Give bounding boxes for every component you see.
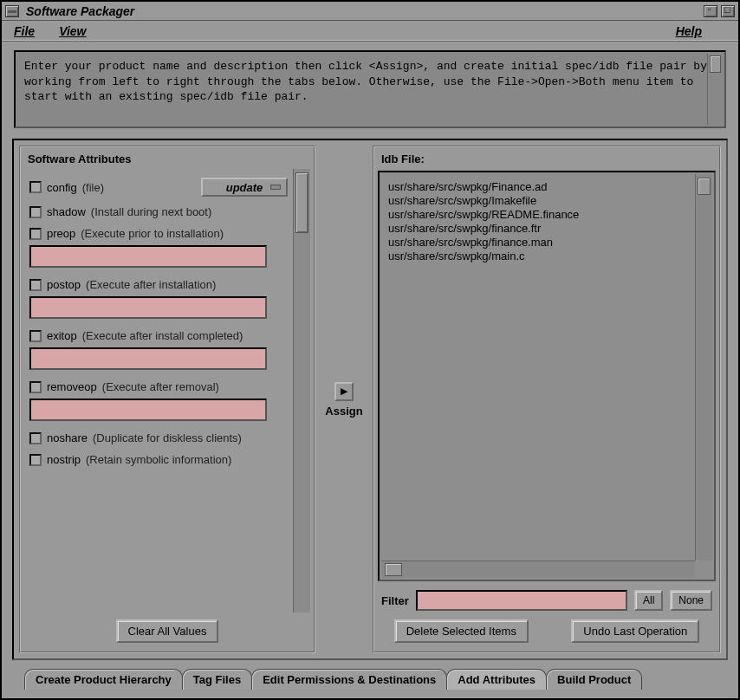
list-item[interactable]: usr/share/src/swpkg/finance.ftr [388, 222, 688, 235]
list-item[interactable]: usr/share/src/swpkg/main.c [388, 250, 688, 262]
scrollbar-thumb[interactable] [295, 172, 308, 233]
attr-label: preop [47, 227, 75, 240]
idb-title: Idb File: [376, 149, 717, 169]
message-scrollbar[interactable] [707, 54, 723, 125]
idb-horizontal-scrollbar[interactable] [381, 561, 695, 578]
list-item[interactable]: usr/share/src/swpkg/README.finance [388, 208, 688, 221]
filter-row: Filter All None [376, 583, 717, 614]
checkbox-removeop[interactable] [29, 381, 42, 393]
checkbox-exitop[interactable] [29, 330, 42, 342]
scrollbar-thumb[interactable] [698, 178, 711, 195]
attr-label: nostrip [47, 453, 81, 466]
app-window: Software Packager File View Help Enter y… [0, 0, 740, 700]
attr-shadow: shadow (Install during next boot) [29, 205, 288, 218]
menubar: File View Help [2, 21, 738, 42]
checkbox-preop[interactable] [29, 228, 42, 240]
attr-label: removeop [47, 380, 97, 393]
delete-selected-button[interactable]: Delete Selected Items [394, 619, 529, 643]
attr-preop: preop (Execute prior to installation) [29, 227, 288, 240]
tab-tag-files[interactable]: Tag Files [182, 669, 252, 690]
attributes-list: config (file) update shadow (Install dur… [24, 169, 293, 612]
attr-removeop: removeop (Execute after removal) [29, 380, 288, 393]
scrollbar-thumb[interactable] [710, 55, 721, 73]
menu-help[interactable]: Help [676, 24, 702, 38]
message-text: Enter your product name and description … [24, 60, 707, 103]
checkbox-nostrip[interactable] [29, 454, 42, 466]
tab-build-product[interactable]: Build Product [546, 669, 642, 690]
config-mode-dropdown[interactable]: update [201, 178, 288, 197]
message-panel: Enter your product name and description … [14, 50, 726, 128]
tab-create-product-hierarchy[interactable]: Create Product Hierarchy [24, 669, 183, 690]
attr-label: config [47, 181, 77, 194]
system-menu-icon[interactable] [5, 5, 19, 17]
attr-hint: (Retain symbolic information) [86, 453, 231, 466]
clear-all-values-button[interactable]: Clear All Values [116, 619, 219, 643]
attr-config: config (file) update [29, 178, 288, 197]
assign-button[interactable]: ▶ [334, 382, 354, 401]
attr-noshare: noshare (Duplicate for diskless clients) [29, 431, 288, 444]
attributes-title: Software Attributes [23, 149, 312, 169]
filter-none-button[interactable]: None [670, 590, 712, 611]
menu-file[interactable]: File [14, 24, 35, 38]
idb-ops-row: Delete Selected Items Undo Last Operatio… [376, 614, 717, 650]
idb-file-list-container: usr/share/src/swpkg/Finance.ad usr/share… [378, 171, 716, 581]
idb-panel: Idb File: usr/share/src/swpkg/Finance.ad… [373, 146, 721, 653]
attr-hint: (Execute after install completed) [82, 329, 243, 342]
attr-hint: (Execute after removal) [102, 380, 219, 393]
removeop-input[interactable] [29, 399, 267, 421]
undo-last-operation-button[interactable]: Undo Last Operation [571, 619, 699, 643]
titlebar: Software Packager [2, 2, 738, 21]
list-item[interactable]: usr/share/src/swpkg/Finance.ad [388, 180, 688, 193]
assign-column: ▶ Assign [321, 146, 367, 653]
checkbox-shadow[interactable] [29, 206, 42, 218]
attr-label: noshare [47, 431, 88, 444]
filter-input[interactable] [416, 590, 627, 611]
list-item[interactable]: usr/share/src/swpkg/finance.man [388, 236, 688, 249]
attr-hint: (file) [82, 181, 104, 194]
preop-input[interactable] [29, 245, 267, 268]
minimize-button[interactable] [704, 5, 717, 17]
attr-hint: (Execute after installation) [86, 278, 216, 291]
attr-hint: (Duplicate for diskless clients) [93, 431, 242, 444]
idb-vertical-scrollbar[interactable] [695, 174, 712, 561]
tabbar: Create Product Hierarchy Tag Files Edit … [12, 665, 728, 690]
attr-exitop: exitop (Execute after install completed) [29, 329, 288, 342]
attr-hint: (Install during next boot) [91, 205, 211, 218]
filter-all-button[interactable]: All [634, 590, 663, 611]
scrollbar-thumb[interactable] [385, 563, 402, 576]
idb-file-list[interactable]: usr/share/src/swpkg/Finance.ad usr/share… [381, 174, 695, 561]
list-item[interactable]: usr/share/src/swpkg/Imakefile [388, 194, 688, 207]
dropdown-indicator-icon [270, 185, 281, 190]
menu-view[interactable]: View [59, 24, 86, 38]
attributes-scrollbar[interactable] [293, 169, 310, 612]
play-icon: ▶ [341, 386, 347, 397]
tab-add-attributes[interactable]: Add Attributes [446, 669, 547, 690]
attr-hint: (Execute prior to installation) [81, 227, 224, 240]
checkbox-config[interactable] [29, 181, 42, 193]
checkbox-postop[interactable] [29, 279, 42, 291]
tab-edit-permissions[interactable]: Edit Permissions & Destinations [251, 669, 447, 690]
attr-nostrip: nostrip (Retain symbolic information) [29, 453, 288, 466]
exitop-input[interactable] [29, 347, 267, 370]
attr-label: shadow [47, 205, 86, 218]
workarea: Software Attributes config (file) update [12, 139, 728, 660]
attr-label: exitop [47, 329, 77, 342]
assign-label: Assign [325, 405, 362, 418]
postop-input[interactable] [29, 296, 267, 319]
attributes-panel: Software Attributes config (file) update [19, 146, 315, 653]
window-title: Software Packager [26, 4, 700, 18]
checkbox-noshare[interactable] [29, 432, 42, 444]
filter-label: Filter [381, 594, 409, 607]
attr-label: postop [47, 278, 81, 291]
maximize-button[interactable] [721, 5, 735, 17]
attr-postop: postop (Execute after installation) [29, 278, 288, 291]
